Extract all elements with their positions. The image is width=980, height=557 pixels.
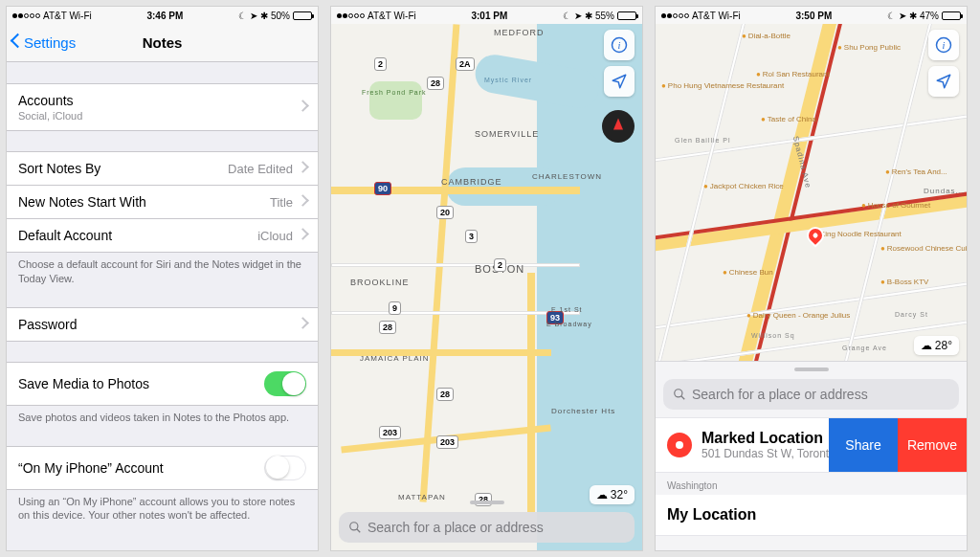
map-locate-button[interactable] bbox=[928, 66, 959, 97]
bg-hint-washington: Washington bbox=[656, 473, 967, 495]
save-media-cell: Save Media to Photos bbox=[7, 362, 318, 406]
sheet-handle[interactable] bbox=[470, 501, 504, 504]
search-icon bbox=[348, 521, 362, 534]
chevron-right-icon bbox=[299, 319, 306, 330]
battery-icon bbox=[617, 11, 636, 20]
start-with-value: Title bbox=[270, 195, 293, 210]
map-label-medford: MEDFORD bbox=[494, 28, 545, 37]
marked-location-row[interactable]: Marked Location 501 Dundas St W, Toronto… bbox=[656, 417, 967, 473]
back-button[interactable]: Settings bbox=[12, 24, 76, 61]
poi-pho-hung: Pho Hung Vietnamese Restaurant bbox=[661, 81, 784, 90]
map-label-cambridge: CAMBRIDGE bbox=[441, 177, 502, 187]
svg-point-6 bbox=[675, 390, 682, 397]
on-my-iphone-toggle[interactable] bbox=[264, 456, 306, 480]
poi-gourmet: House of Gourmet bbox=[861, 201, 930, 210]
status-bar: AT&T Wi-Fi 3:01 PM ☾ ➤ ✱ 55% bbox=[331, 7, 642, 24]
password-cell[interactable]: Password bbox=[7, 307, 318, 342]
save-media-label: Save Media to Photos bbox=[18, 376, 149, 391]
location-icon: ➤ bbox=[250, 11, 257, 21]
shield-r2a: 2A bbox=[456, 57, 475, 71]
chevron-left-icon bbox=[12, 35, 22, 51]
map-label-somerville: SOMERVILLE bbox=[475, 129, 539, 139]
shield-us20: 20 bbox=[436, 206, 454, 219]
map-compass-button[interactable] bbox=[602, 110, 635, 143]
sort-notes-cell[interactable]: Sort Notes By Date Edited bbox=[7, 151, 318, 186]
clock: 3:50 PM bbox=[795, 11, 832, 21]
save-media-toggle[interactable] bbox=[264, 371, 306, 396]
weather-pill[interactable]: ☁ 28° bbox=[914, 336, 959, 355]
bluetooth-icon: ✱ bbox=[909, 11, 917, 21]
map-info-button[interactable]: i bbox=[928, 30, 959, 60]
poi-rens-tea: Ren's Tea And... bbox=[885, 167, 947, 176]
map-canvas[interactable]: Pho Hung Vietnamese Restaurant Rol San R… bbox=[656, 24, 967, 361]
screen-maps-boston: AT&T Wi-Fi 3:01 PM ☾ ➤ ✱ 55% MEDFORD SOM… bbox=[330, 6, 643, 551]
shield-us3: 3 bbox=[465, 230, 478, 243]
map-label-mystic: Mystic River bbox=[484, 77, 532, 83]
battery-pct: 47% bbox=[920, 11, 939, 21]
poi-bboss: B-Boss KTV bbox=[880, 278, 928, 286]
dnd-icon: ☾ bbox=[563, 11, 571, 21]
weather-temp: 28° bbox=[935, 339, 952, 352]
map-label-fresh-pond: Fresh Pond Park bbox=[362, 89, 427, 96]
carrier-label: AT&T Wi-Fi bbox=[368, 11, 416, 21]
carrier-label: AT&T Wi-Fi bbox=[43, 11, 92, 21]
default-account-footer: Choose a default account for Siri and th… bbox=[7, 252, 318, 286]
accounts-subtitle: Social, iCloud bbox=[18, 110, 82, 122]
svg-line-7 bbox=[681, 396, 685, 400]
maps-bottom-sheet: Search for a place or address Marked Loc… bbox=[656, 361, 967, 550]
sheet-handle[interactable] bbox=[794, 368, 829, 371]
map-label-charlestown: CHARLESTOWN bbox=[532, 172, 602, 181]
accounts-cell[interactable]: Accounts Social, iCloud bbox=[7, 83, 318, 131]
signal-dots-icon bbox=[337, 13, 365, 18]
default-account-cell[interactable]: Default Account iCloud bbox=[7, 218, 318, 253]
poi-rosewood: Rosewood Chinese Cuisine bbox=[880, 244, 967, 253]
sort-label: Sort Notes By bbox=[18, 161, 100, 176]
map-label-dorchester: Dorchester Hts bbox=[551, 407, 615, 415]
signal-dots-icon bbox=[661, 13, 689, 18]
on-my-iphone-label: “On My iPhone” Account bbox=[18, 460, 164, 476]
street-ebroadway: E Broadway bbox=[546, 321, 592, 327]
svg-text:i: i bbox=[943, 40, 946, 51]
chevron-right-icon bbox=[299, 101, 306, 113]
shield-i90: 90 bbox=[374, 182, 391, 195]
accounts-label: Accounts bbox=[18, 93, 82, 108]
new-notes-start-cell[interactable]: New Notes Start With Title bbox=[7, 185, 318, 219]
poi-shu-pong: Shu Pong Public bbox=[837, 43, 901, 52]
dnd-icon: ☾ bbox=[887, 11, 896, 21]
location-icon: ➤ bbox=[574, 11, 582, 21]
my-location-row[interactable]: My Location bbox=[656, 495, 967, 536]
chevron-right-icon bbox=[299, 196, 306, 208]
screen-maps-toronto: AT&T Wi-Fi 3:50 PM ☾ ➤ ✱ 47% Pho Hung Vi… bbox=[655, 6, 968, 551]
poi-dairy-queen: Dairy Queen - Orange Julius bbox=[746, 311, 850, 320]
search-placeholder: Search for a place or address bbox=[368, 520, 544, 535]
search-placeholder: Search for a place or address bbox=[692, 387, 868, 402]
clock: 3:01 PM bbox=[471, 11, 507, 21]
remove-button[interactable]: Remove bbox=[898, 418, 967, 472]
svg-point-2 bbox=[350, 523, 358, 530]
carrier-label: AT&T Wi-Fi bbox=[692, 11, 741, 21]
map-info-button[interactable]: i bbox=[604, 30, 635, 60]
chevron-right-icon bbox=[299, 230, 306, 241]
chevron-right-icon bbox=[299, 163, 306, 174]
street-grange: Grange Ave bbox=[842, 345, 887, 351]
map-search-bar[interactable]: Search for a place or address bbox=[339, 512, 635, 543]
street-willison: Willison Sq bbox=[751, 332, 795, 339]
street-e1st: E 1st St bbox=[551, 306, 583, 313]
share-button[interactable]: Share bbox=[829, 418, 898, 472]
street-darcy: Darcy St bbox=[895, 311, 928, 318]
shield-r28b: 28 bbox=[379, 321, 396, 334]
battery-pct: 55% bbox=[595, 11, 614, 21]
poi-taste-china: Taste of China bbox=[761, 115, 816, 123]
nav-header: Settings Notes bbox=[7, 24, 318, 62]
poi-jackpot: Jackpot Chicken Rice bbox=[703, 182, 784, 190]
signal-dots-icon bbox=[12, 13, 40, 18]
status-bar: AT&T Wi-Fi 3:50 PM ☾ ➤ ✱ 47% bbox=[656, 7, 967, 24]
map-canvas[interactable]: MEDFORD SOMERVILLE CAMBRIDGE CHARLESTOWN… bbox=[331, 24, 642, 550]
cloud-icon: ☁ bbox=[921, 339, 932, 352]
search-icon bbox=[673, 388, 686, 401]
default-account-value: iCloud bbox=[257, 229, 293, 243]
map-locate-button[interactable] bbox=[604, 66, 635, 97]
map-search-bar[interactable]: Search for a place or address bbox=[663, 379, 959, 410]
status-bar: AT&T Wi-Fi 3:46 PM ☾ ➤ ✱ 50% bbox=[7, 7, 318, 24]
bluetooth-icon: ✱ bbox=[260, 11, 268, 21]
